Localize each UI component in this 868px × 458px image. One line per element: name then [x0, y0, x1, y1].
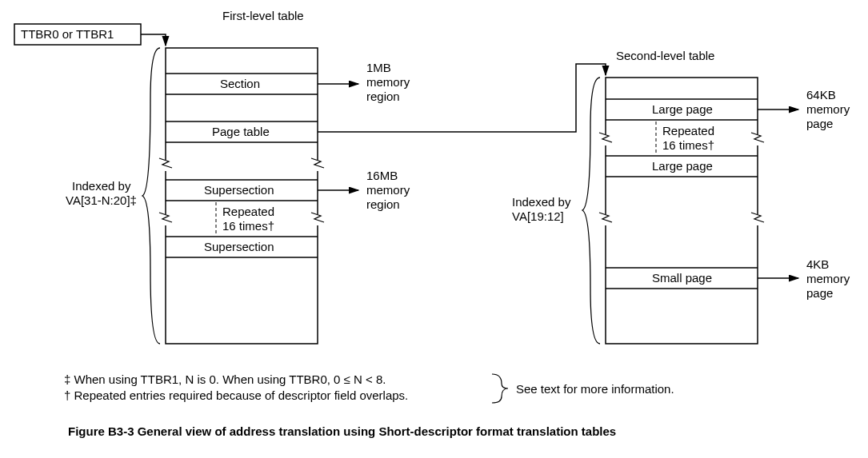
region1mb-c: region [366, 90, 400, 103]
arrow-ttbr-to-l1 [141, 34, 166, 46]
ttbr-label: TTBR0 or TTBR1 [21, 27, 114, 41]
brace-l1 [142, 48, 160, 344]
footnote-dagger: † Repeated entries required because of d… [64, 388, 408, 402]
l1-repeated-a: Repeated [222, 205, 274, 218]
p64-c: page [806, 117, 833, 130]
l1-index-a: Indexed by [72, 179, 131, 193]
p4-a: 4KB [806, 257, 829, 271]
l1-index-b: VA[31-N:20]‡ [66, 193, 137, 207]
region16mb-b: memory [366, 183, 410, 197]
brace-footnotes [492, 374, 508, 403]
second-level-table: Large page Repeated 16 times† Large page… [599, 78, 764, 344]
region1mb-a: 1MB [366, 61, 391, 74]
p4-b: memory [806, 272, 850, 285]
arrow-pagetable-to-l2 [318, 64, 606, 132]
l2-large1: Large page [652, 102, 713, 116]
region16mb-a: 16MB [366, 169, 398, 182]
l1-supersection2: Supersection [204, 240, 274, 253]
footnote-ddagger: ‡ When using TTBR1, N is 0. When using T… [64, 372, 386, 386]
p64-a: 64KB [806, 88, 836, 102]
l2-small: Small page [652, 271, 712, 285]
p64-b: memory [806, 102, 850, 116]
footnote-see: See text for more information. [516, 382, 674, 396]
l1-pagetable-label: Page table [212, 125, 270, 138]
l1-title: First-level table [222, 9, 304, 22]
l2-repeated-a: Repeated [662, 124, 714, 137]
l1-section-label: Section [220, 77, 260, 90]
svg-rect-14 [606, 78, 758, 344]
first-level-table: Section Page table Supersection Repeated… [159, 48, 324, 344]
figure-caption: Figure B3-3 General view of address tran… [68, 424, 616, 438]
l2-large2: Large page [652, 159, 713, 173]
region16mb-c: region [366, 197, 400, 211]
l1-repeated-b: 16 times† [222, 219, 274, 233]
region1mb-b: memory [366, 75, 410, 89]
l2-index-b: VA[19:12] [512, 209, 564, 223]
l2-title: Second-level table [616, 49, 714, 62]
l1-supersection1: Supersection [204, 183, 274, 197]
p4-c: page [806, 286, 833, 300]
l2-index-a: Indexed by [512, 195, 571, 209]
l2-repeated-b: 16 times† [662, 138, 714, 152]
brace-l2 [582, 78, 600, 344]
